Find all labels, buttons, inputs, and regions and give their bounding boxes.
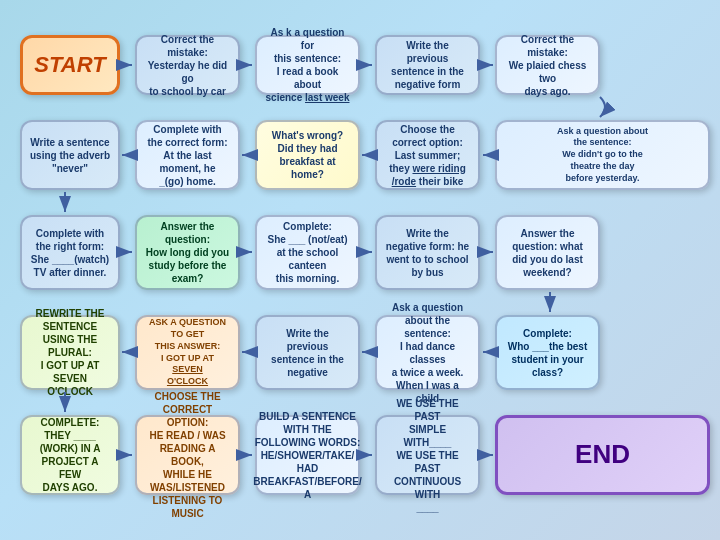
cell-r4c4: Ask a questionabout thesentence:I had da… (375, 315, 480, 390)
cell-r1c5: Correct the mistake:We plaied chess twod… (495, 35, 600, 95)
cell-r4c3: Write the previoussentence in thenegativ… (255, 315, 360, 390)
cell-end: END (495, 415, 710, 495)
cell-r2c5: Ask a question aboutthe sentence:We didn… (495, 120, 710, 190)
cell-r2c4: Choose thecorrect option:Last summer;the… (375, 120, 480, 190)
cell-r3c2: Answer thequestion:How long did youstudy… (135, 215, 240, 290)
cell-r2c1: Write a sentenceusing the adverb"never" (20, 120, 120, 190)
cell-r3c4: Write thenegative form: hewent to to sch… (375, 215, 480, 290)
cell-r1c4: Write the previoussentence in thenegativ… (375, 35, 480, 95)
cell-r1c3: As k a question forthis sentence:I read … (255, 35, 360, 95)
cell-r5c2: CHOOSE THECORRECT OPTION:HE READ / WASRE… (135, 415, 240, 495)
cell-r5c3: BUILD A SENTENCEWITH THEFOLLOWING WORDS:… (255, 415, 360, 495)
cell-r4c1: REWRITE THESENTENCE USING THEPLURAL:I GO… (20, 315, 120, 390)
cell-r1c2: Correct the mistake:Yesterday he did got… (135, 35, 240, 95)
cell-r3c5: Answer thequestion: whatdid you do lastw… (495, 215, 600, 290)
cell-r2c2: Complete withthe correct form:At the las… (135, 120, 240, 190)
cell-r3c3: Complete:She ___ (not/eat)at the school … (255, 215, 360, 290)
cell-r3c1: Complete withthe right form:She ____(wat… (20, 215, 120, 290)
cell-r5c1: COMPLETE:THEY ____(WORK) IN APROJECT A F… (20, 415, 120, 495)
cell-start: START (20, 35, 120, 95)
cell-r4c5: Complete:Who ___the beststudent in yourc… (495, 315, 600, 390)
cell-r2c3: What's wrong?Did they hadbreakfast athom… (255, 120, 360, 190)
game-board: STARTCorrect the mistake:Yesterday he di… (10, 10, 710, 530)
cell-r4c2: ASK A QUESTION TO GETTHIS ANSWER:I GOT U… (135, 315, 240, 390)
cell-r5c4: WE USE THE PASTSIMPLE WITH____WE USE THE… (375, 415, 480, 495)
